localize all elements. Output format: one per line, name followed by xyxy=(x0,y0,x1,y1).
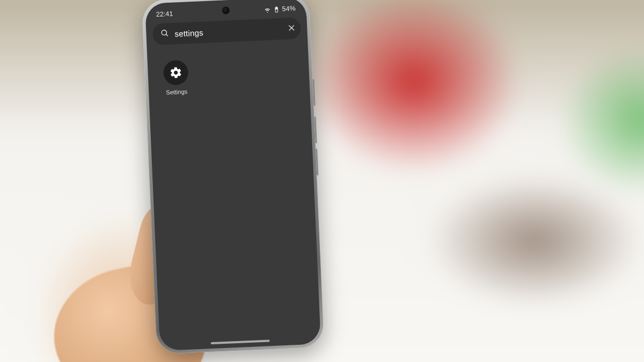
svg-line-1 xyxy=(166,34,168,36)
phone-device: 22:41 54% xyxy=(142,0,324,354)
close-icon xyxy=(287,23,296,34)
battery-percentage: 54% xyxy=(282,5,296,13)
search-icon xyxy=(160,28,170,40)
navigation-handle[interactable] xyxy=(211,339,270,344)
app-result-label: Settings xyxy=(166,88,187,96)
search-results: Settings xyxy=(147,39,310,113)
battery-icon xyxy=(273,5,280,13)
clear-search-button[interactable] xyxy=(287,21,296,36)
app-result-settings[interactable]: Settings xyxy=(157,60,195,96)
text-cursor xyxy=(282,24,282,34)
search-input[interactable] xyxy=(174,25,277,38)
phone-screen: 22:41 54% xyxy=(145,0,321,351)
status-time: 22:41 xyxy=(156,10,173,18)
wifi-icon xyxy=(264,6,271,13)
gear-icon xyxy=(163,60,189,85)
